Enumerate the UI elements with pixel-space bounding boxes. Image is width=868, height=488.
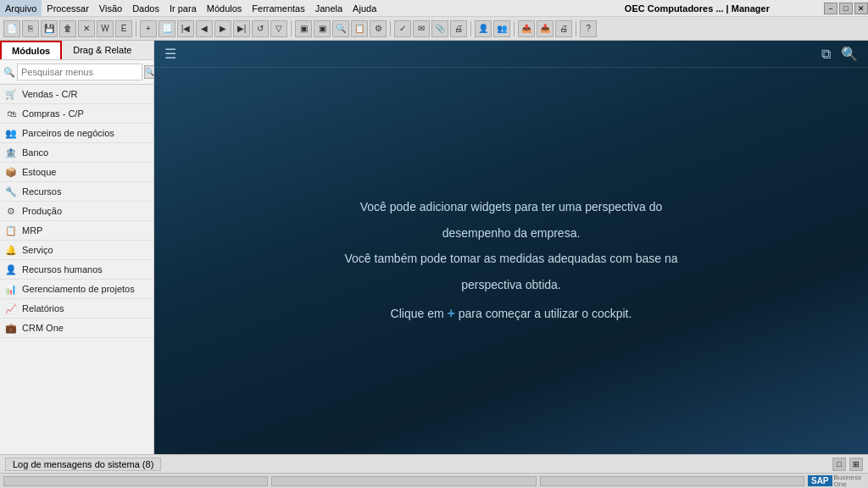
toolbar-search-icon[interactable]: 🔍	[841, 46, 858, 62]
tb-add[interactable]: +	[140, 20, 157, 37]
sidebar-item-6[interactable]: ⚙Produção	[0, 202, 153, 221]
menu-visao[interactable]: Visão	[94, 0, 127, 16]
tb-nav3[interactable]: ▶	[214, 20, 231, 37]
content-toolbar: ☰ ⧉ 🔍	[154, 41, 868, 68]
tb-c1[interactable]: ✓	[394, 20, 411, 37]
sidebar-item-icon-0: 🛒	[5, 88, 17, 100]
status-bar: Log de mensagens do sistema (8) □ ⊞	[0, 454, 868, 473]
tb-b2[interactable]: ▣	[314, 20, 331, 37]
tb-save[interactable]: 💾	[41, 20, 58, 37]
status-expand1[interactable]: □	[832, 458, 846, 471]
sidebar-item-3[interactable]: 🏦Banco	[0, 143, 153, 163]
status-expand2[interactable]: ⊞	[849, 458, 863, 471]
win-minimize[interactable]: −	[824, 3, 837, 14]
sidebar-item-label-10: Gerenciamento de projetos	[22, 284, 135, 294]
msg-line2: desempenho da empresa.	[344, 220, 677, 247]
tb-b4[interactable]: 📋	[351, 20, 368, 37]
bottom-field3	[540, 476, 804, 486]
menu-janela[interactable]: Janela	[310, 0, 348, 16]
sidebar-item-1[interactable]: 🛍Compras - C/P	[0, 104, 153, 124]
status-log[interactable]: Log de mensagens do sistema (8)	[5, 458, 161, 471]
sidebar: Módulos Drag & Relate 🔍 🔍 🛒Vendas - C/R🛍…	[0, 41, 154, 454]
sidebar-item-9[interactable]: 👤Recursos humanos	[0, 260, 153, 280]
tb-delete[interactable]: 🗑	[59, 20, 76, 37]
sidebar-item-4[interactable]: 📦Estoque	[0, 163, 153, 182]
sidebar-item-11[interactable]: 📈Relatórios	[0, 299, 153, 319]
menu-modulos[interactable]: Módulos	[202, 0, 248, 16]
sidebar-item-label-3: Banco	[22, 147, 48, 158]
sidebar-item-icon-9: 👤	[5, 263, 17, 275]
sidebar-item-icon-12: 💼	[5, 322, 17, 334]
msg-line3: Você também pode tomar as medidas adequa…	[344, 246, 677, 272]
tb-nav1[interactable]: |◀	[177, 20, 194, 37]
sidebar-item-label-5: Recursos	[22, 186, 61, 197]
tb-filter[interactable]: ▽	[270, 20, 287, 37]
tb-excel[interactable]: E	[115, 20, 132, 37]
sidebar-item-label-4: Estoque	[22, 167, 56, 177]
tb-help[interactable]: ?	[580, 20, 597, 37]
sidebar-item-label-6: Produção	[22, 206, 62, 216]
main-layout: Módulos Drag & Relate 🔍 🔍 🛒Vendas - C/R🛍…	[0, 41, 868, 454]
sidebar-item-icon-11: 📈	[5, 302, 17, 314]
tb-copy[interactable]: ⎘	[22, 20, 39, 37]
sap-logo: SAP Business One	[808, 474, 861, 488]
tb-c4[interactable]: 🖨	[450, 20, 467, 37]
toolbar-copy-icon[interactable]: ⧉	[821, 47, 831, 62]
tb-b1[interactable]: ▣	[295, 20, 312, 37]
tb-word[interactable]: W	[97, 20, 114, 37]
sap-line2: One	[834, 481, 861, 488]
sidebar-item-label-2: Parceiros de negócios	[22, 128, 114, 138]
win-close[interactable]: ✕	[854, 3, 868, 14]
sidebar-item-7[interactable]: 📋MRP	[0, 221, 153, 241]
sidebar-item-icon-10: 📊	[5, 283, 17, 295]
tb-b5[interactable]: ⚙	[370, 20, 387, 37]
tb-d1[interactable]: 👤	[475, 20, 492, 37]
menu-ajuda[interactable]: Ajuda	[348, 0, 381, 16]
sep5	[514, 21, 515, 36]
tb-new[interactable]: 📄	[3, 20, 20, 37]
tb-e1[interactable]: 📤	[518, 20, 535, 37]
win-restore[interactable]: □	[839, 3, 853, 14]
msg-end: para começar a utilizar o cockpit.	[459, 307, 632, 320]
tab-modules[interactable]: Módulos	[0, 41, 62, 59]
tb-c2[interactable]: ✉	[413, 20, 430, 37]
sidebar-item-2[interactable]: 👥Parceiros de negócios	[0, 124, 153, 143]
tb-x1[interactable]: ✕	[78, 20, 95, 37]
sep1	[136, 21, 136, 36]
tb-b3[interactable]: 🔍	[332, 20, 349, 37]
tb-doc[interactable]: 📃	[159, 20, 175, 37]
menu-arquivo[interactable]: Arquivo	[0, 0, 42, 16]
tb-c3[interactable]: 📎	[431, 20, 448, 37]
tb-nav4[interactable]: ▶|	[233, 20, 250, 37]
tb-undo[interactable]: ↺	[252, 20, 269, 37]
bottom-field2	[271, 476, 536, 486]
sidebar-items: 🛒Vendas - C/R🛍Compras - C/P👥Parceiros de…	[0, 85, 153, 454]
tab-drag[interactable]: Drag & Relate	[62, 41, 142, 59]
menu-processar[interactable]: Processar	[42, 0, 94, 16]
tb-nav2[interactable]: ◀	[196, 20, 213, 37]
tb-e3[interactable]: 🖨	[555, 20, 572, 37]
sep3	[390, 21, 391, 36]
menu-irpara[interactable]: Ir para	[164, 0, 202, 16]
sidebar-item-label-9: Recursos humanos	[22, 264, 103, 274]
sidebar-item-8[interactable]: 🔔Serviço	[0, 241, 153, 260]
sidebar-item-label-0: Vendas - C/R	[22, 89, 77, 99]
menu-dados[interactable]: Dados	[127, 0, 164, 16]
menu-ferramentas[interactable]: Ferramentas	[247, 0, 309, 16]
sidebar-item-icon-2: 👥	[5, 127, 17, 139]
sidebar-item-10[interactable]: 📊Gerenciamento de projetos	[0, 280, 153, 299]
top-area: Arquivo Processar Visão Dados Ir para Mó…	[0, 0, 868, 41]
sidebar-item-icon-8: 🔔	[5, 244, 17, 256]
sidebar-item-0[interactable]: 🛒Vendas - C/R	[0, 85, 153, 104]
msg-line4: perspectiva obtida.	[344, 272, 677, 298]
sidebar-item-label-1: Compras - C/P	[22, 108, 84, 119]
hamburger-icon[interactable]: ☰	[164, 46, 176, 62]
sidebar-item-label-8: Serviço	[22, 245, 53, 255]
msg-line1: Você pode adicionar widgets para ter uma…	[344, 194, 677, 220]
sidebar-item-5[interactable]: 🔧Recursos	[0, 182, 153, 202]
tb-e2[interactable]: 📥	[537, 20, 554, 37]
tb-d2[interactable]: 👥	[493, 20, 510, 37]
sidebar-item-12[interactable]: 💼CRM One	[0, 319, 153, 338]
search-input[interactable]	[17, 64, 142, 80]
status-right: □ ⊞	[832, 458, 863, 471]
